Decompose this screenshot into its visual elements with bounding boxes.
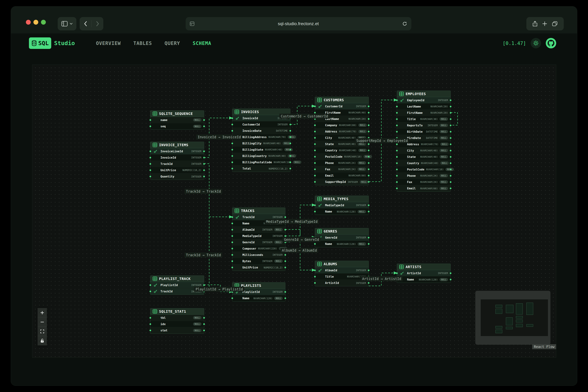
row-handle-left[interactable] (150, 126, 151, 127)
table-node-tracks[interactable]: TRACKSTrackIdINTEGERNameNVARCHAR(200)Alb… (232, 208, 285, 271)
row-handle-right[interactable] (203, 176, 205, 177)
row-handle-right[interactable] (450, 118, 451, 120)
row-handle-right[interactable] (203, 150, 205, 152)
row-handle-right[interactable] (368, 237, 369, 238)
sidebar-toggle-button[interactable] (58, 17, 76, 30)
tab-overview[interactable]: OVERVIEW (96, 40, 121, 46)
row-handle-left[interactable] (314, 124, 316, 126)
share-icon[interactable] (533, 21, 538, 26)
row-handle-left[interactable] (314, 131, 316, 132)
row-handle-left[interactable] (232, 168, 233, 170)
zoom-out-button[interactable] (37, 318, 47, 327)
row-handle-right[interactable] (203, 126, 205, 127)
row-handle-left[interactable] (396, 272, 398, 274)
table-node-invoice_items[interactable]: INVOICE_ITEMSInvoiceLineIdINTEGERInvoice… (150, 142, 204, 180)
row-handle-right[interactable] (285, 254, 286, 256)
row-handle-left[interactable] (232, 149, 233, 150)
row-handle-right[interactable] (450, 131, 451, 132)
row-handle-left[interactable] (396, 188, 398, 189)
row-handle-left[interactable] (150, 150, 151, 152)
row-handle-right[interactable] (203, 284, 205, 286)
back-button[interactable] (80, 21, 91, 26)
row-handle-left[interactable] (150, 323, 151, 325)
row-handle-right[interactable] (368, 118, 369, 120)
row-handle-right[interactable] (285, 298, 286, 299)
github-link[interactable] (546, 38, 556, 48)
row-handle-right[interactable] (450, 144, 451, 145)
row-handle-left[interactable] (396, 169, 398, 170)
zoom-in-button[interactable] (37, 308, 47, 318)
row-handle-right[interactable] (450, 137, 451, 139)
row-handle-right[interactable] (290, 149, 291, 150)
row-handle-left[interactable] (396, 118, 398, 120)
maximize-window-button[interactable] (41, 20, 46, 25)
row-handle-left[interactable] (314, 168, 316, 170)
row-handle-right[interactable] (450, 272, 451, 274)
row-handle-right[interactable] (285, 229, 286, 230)
row-handle-right[interactable] (450, 188, 451, 189)
row-handle-right[interactable] (368, 143, 369, 145)
row-handle-left[interactable] (396, 156, 398, 158)
row-handle-right[interactable] (450, 124, 451, 126)
row-handle-left[interactable] (314, 282, 316, 284)
row-handle-right[interactable] (203, 317, 205, 319)
row-handle-right[interactable] (368, 243, 369, 245)
minimap[interactable] (475, 291, 551, 345)
row-handle-right[interactable] (285, 291, 286, 293)
table-header[interactable]: ALBUMS (315, 261, 369, 267)
table-header[interactable]: CUSTOMERS (315, 97, 369, 103)
minimize-window-button[interactable] (33, 20, 38, 25)
row-handle-right[interactable] (203, 323, 205, 325)
row-handle-left[interactable] (150, 330, 151, 331)
row-handle-left[interactable] (150, 157, 151, 158)
row-handle-right[interactable] (203, 163, 205, 165)
reload-icon[interactable] (402, 21, 407, 26)
row-handle-left[interactable] (314, 137, 316, 139)
row-handle-left[interactable] (232, 229, 233, 230)
row-handle-right[interactable] (285, 216, 286, 218)
table-node-genres[interactable]: GENRESGenreIdINTEGERNameNVARCHAR(120)NUL… (315, 228, 369, 247)
row-handle-left[interactable] (396, 131, 398, 132)
close-window-button[interactable] (26, 20, 31, 25)
row-handle-right[interactable] (368, 112, 369, 114)
row-handle-right[interactable] (290, 155, 291, 157)
row-handle-left[interactable] (232, 248, 233, 250)
row-handle-right[interactable] (450, 181, 451, 183)
tab-overview-icon[interactable] (552, 21, 558, 26)
row-handle-right[interactable] (290, 136, 291, 138)
table-node-sqlite_stat1[interactable]: SQLITE_STAT1tblNULLidxNULLstatNULL (150, 308, 204, 334)
row-handle-left[interactable] (232, 118, 233, 119)
row-handle-right[interactable] (290, 168, 291, 170)
row-handle-right[interactable] (450, 279, 451, 280)
row-handle-right[interactable] (368, 156, 369, 158)
row-handle-left[interactable] (150, 290, 151, 292)
row-handle-right[interactable] (368, 282, 369, 284)
table-node-media_types[interactable]: MEDIA_TYPESMediaTypeIdINTEGERNameNVARCHA… (315, 196, 369, 215)
row-handle-right[interactable] (368, 270, 369, 271)
row-handle-right[interactable] (203, 119, 205, 121)
row-handle-left[interactable] (232, 162, 233, 163)
forward-button[interactable] (92, 21, 103, 26)
row-handle-left[interactable] (396, 162, 398, 164)
row-handle-right[interactable] (450, 156, 451, 158)
table-header[interactable]: SQLITE_SEQUENCE (150, 110, 204, 117)
row-handle-right[interactable] (450, 162, 451, 164)
row-handle-right[interactable] (285, 235, 286, 237)
row-handle-left[interactable] (232, 222, 233, 224)
table-header[interactable]: PLAYLIST_TRACK (150, 276, 204, 282)
row-handle-left[interactable] (314, 211, 316, 212)
row-handle-left[interactable] (396, 181, 398, 183)
table-node-playlist_track[interactable]: PLAYLIST_TRACKPlaylistIdINTEGERTrackIdIN… (150, 276, 204, 295)
row-handle-left[interactable] (150, 176, 151, 177)
row-handle-right[interactable] (290, 124, 291, 125)
row-handle-right[interactable] (450, 150, 451, 152)
row-handle-left[interactable] (232, 298, 233, 299)
row-handle-left[interactable] (232, 216, 233, 218)
fit-view-button[interactable] (37, 327, 47, 336)
row-handle-right[interactable] (368, 175, 369, 176)
row-handle-left[interactable] (150, 284, 151, 286)
row-handle-left[interactable] (314, 150, 316, 151)
table-node-sqlite_sequence[interactable]: SQLITE_SEQUENCEnameNULLseqNULL (150, 110, 204, 130)
tab-query[interactable]: QUERY (165, 40, 180, 46)
row-handle-right[interactable] (368, 211, 369, 212)
